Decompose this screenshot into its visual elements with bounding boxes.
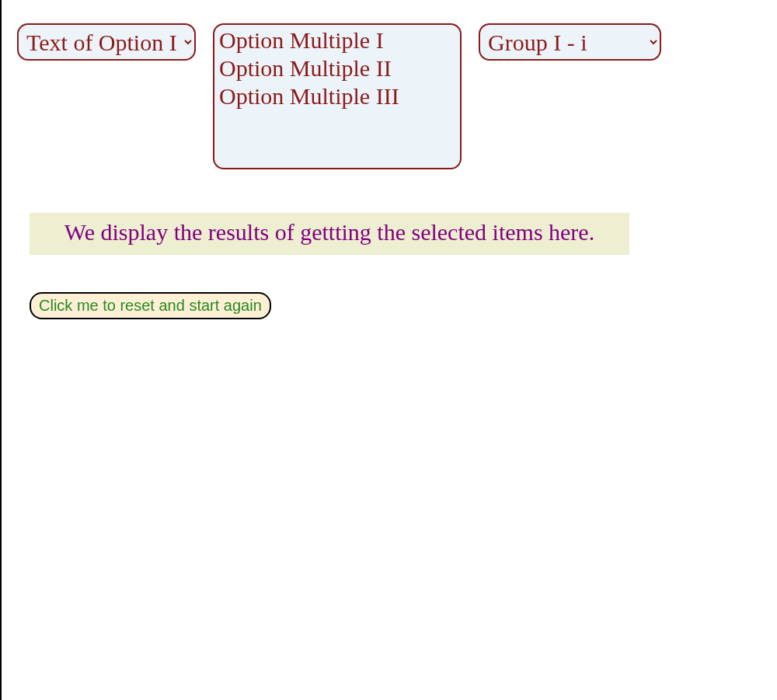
select-option[interactable]: Option Multiple II (218, 54, 457, 82)
option-multiple-select[interactable]: Option Multiple I Option Multiple II Opt… (213, 23, 462, 169)
group-select[interactable]: Group I - i (479, 23, 661, 61)
reset-button[interactable]: Click me to reset and start again (30, 292, 271, 319)
results-text: We display the results of gettting the s… (37, 218, 622, 247)
select-option[interactable]: Option Multiple I (218, 26, 457, 54)
select-option[interactable]: Option Multiple III (218, 82, 457, 110)
selects-row: Text of Option I Option Multiple I Optio… (2, 0, 777, 169)
results-display: We display the results of gettting the s… (30, 213, 629, 255)
button-area: Click me to reset and start again (30, 292, 777, 319)
option-single-select[interactable]: Text of Option I (17, 23, 196, 61)
